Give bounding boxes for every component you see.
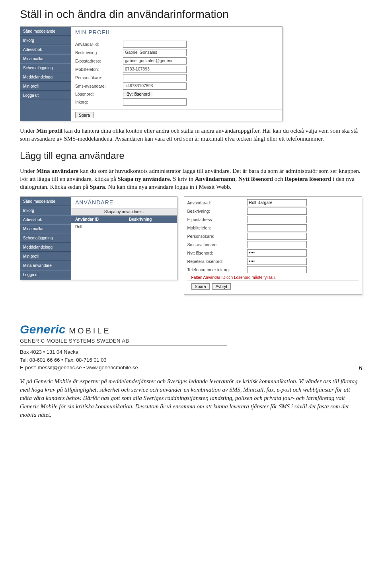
repeat-password-field[interactable]: •••• <box>247 258 307 265</box>
form-row: Sms-avsändare:+46733107893 <box>75 82 278 90</box>
sidebar-item[interactable]: Inkorg <box>20 36 71 45</box>
create-user-button[interactable]: Skapa ny användare... <box>71 208 177 216</box>
sidebar-item[interactable]: Mina mallar <box>20 54 71 63</box>
sms-sender-field[interactable] <box>247 241 307 248</box>
cell-user-id: Rolf <box>75 225 82 229</box>
sidebar-item[interactable]: Schemaläggning <box>20 63 71 73</box>
heading-1: Ställ in och ändra din användarinformati… <box>20 8 362 21</box>
field-label: Mobiltelefon: <box>75 67 123 72</box>
form-row: E-postadress:gabriel.gonzales@generic <box>75 57 278 65</box>
form-row: Användar-id:Rolf Bärgare <box>187 199 359 206</box>
cancel-button[interactable]: Avbryt <box>212 283 231 290</box>
sidebar-item[interactable]: Adressbok <box>20 215 71 224</box>
page-number: 6 <box>346 365 362 372</box>
text: Under <box>20 127 36 134</box>
email-field[interactable]: gabriel.gonzales@generic <box>123 57 187 65</box>
form-row: E-postadress: <box>187 216 359 223</box>
user-id-field[interactable] <box>123 41 187 48</box>
col-description: Beskrivning <box>129 217 173 221</box>
profile-panel: MIN PROFIL Användar-id: Beskrivning:Gabr… <box>71 27 282 121</box>
form-row: Lösenord:Byt lösenord <box>75 91 278 97</box>
text: kan du hantera dina olika konton eller ä… <box>20 127 358 142</box>
sidebar-item[interactable]: Meddelandelogg <box>20 243 71 252</box>
users-sidebar: Sänd meddelande Inkorg Adressbok Mina ma… <box>20 197 71 280</box>
phone-fax: Tel: 08-601 66 66 • Fax: 08-716 01 03 <box>20 356 346 364</box>
paragraph-2: Under Mina användare kan du som är huvud… <box>20 167 362 191</box>
sidebar-item[interactable]: Sänd meddelande <box>20 197 71 206</box>
address: Box 4023 • 131 04 Nacka <box>20 348 346 356</box>
email-web: E-post: messit@generic.se • www.genericm… <box>20 364 346 372</box>
text: . Nu kan dina nya användare logga in i M… <box>105 184 232 190</box>
paragraph-1: Under Min profil kan du hantera dina oli… <box>20 127 362 143</box>
form-row: Nytt lösenord:•••• <box>187 249 359 257</box>
sms-sender-field[interactable]: +46733107893 <box>123 82 187 90</box>
table-row[interactable]: Rolf <box>71 223 177 231</box>
sidebar-item[interactable]: Inkorg <box>20 206 71 215</box>
panel-title: MIN PROFIL <box>71 27 282 38</box>
text: . S kriv in <box>170 176 195 182</box>
bold-text: Nytt lösenord <box>238 176 273 182</box>
sidebar-item[interactable]: Mina användare <box>20 261 71 270</box>
form-row: Beskrivning:Gabriel Gonzales <box>75 49 278 56</box>
form-row: Mobiltelefon:0733-107893 <box>75 66 278 73</box>
form-row: Sms-avsändare: <box>187 241 359 248</box>
pager-field[interactable] <box>123 74 187 81</box>
col-user-id: Användar ID <box>75 217 129 221</box>
user-id-field[interactable]: Rolf Bärgare <box>247 199 307 206</box>
form-row: Personsökare: <box>187 233 359 240</box>
form-row: Telefonnummer inkorg: <box>187 266 359 273</box>
sidebar-item[interactable]: Meddelandelogg <box>20 73 71 82</box>
users-screenshot: Sänd meddelande Inkorg Adressbok Mina ma… <box>20 196 177 280</box>
field-label: Inkorg: <box>75 100 123 104</box>
form-row: Inkorg: <box>75 98 278 106</box>
bold-text: Mina användare <box>36 168 78 174</box>
field-label: Sms-avsändare: <box>187 242 247 247</box>
new-user-form: Användar-id:Rolf Bärgare Beskrivning: E-… <box>184 196 362 295</box>
email-field[interactable] <box>247 216 307 223</box>
sidebar-item[interactable]: Min profil <box>20 82 71 91</box>
sidebar-item[interactable]: Logga ut <box>20 270 71 279</box>
mobile-field[interactable] <box>247 224 307 231</box>
field-label: Personsökare: <box>187 234 247 239</box>
field-label: Användar-id: <box>75 42 123 47</box>
inbox-field[interactable] <box>123 98 187 106</box>
change-password-button[interactable]: Byt lösenord <box>123 91 153 97</box>
new-password-field[interactable]: •••• <box>247 249 307 257</box>
form-row: Beskrivning: <box>187 208 359 215</box>
save-button[interactable]: Spara <box>191 283 210 290</box>
users-panel: ANVÄNDARE Skapa ny användare... Användar… <box>71 197 177 280</box>
save-button[interactable]: Spara <box>75 112 94 118</box>
pager-field[interactable] <box>247 233 307 240</box>
field-label: Nytt lösenord: <box>187 251 247 255</box>
description-field[interactable] <box>247 208 307 215</box>
mobile-field[interactable]: 0733-107893 <box>123 66 187 73</box>
field-label: Beskrivning: <box>75 50 123 55</box>
form-row: Repetera lösenord:•••• <box>187 258 359 265</box>
bold-text: Användarnamn <box>195 176 236 182</box>
logo-mobile: MOBILE <box>69 326 111 335</box>
profile-screenshot: Sänd meddelande Inkorg Adressbok Mina ma… <box>20 26 283 121</box>
form-row: Mobiltelefon: <box>187 224 359 231</box>
bold-text: Skapa ny användare <box>117 176 170 182</box>
inbox-phone-field[interactable] <box>247 266 307 273</box>
about-text: Vi på Generic Mobile är experter på medd… <box>20 377 362 419</box>
form-row: Användar-id: <box>75 41 278 48</box>
heading-2: Lägg till egna användare <box>20 150 362 161</box>
sidebar-item[interactable]: Mina mallar <box>20 224 71 233</box>
sidebar-item[interactable]: Schemaläggning <box>20 233 71 243</box>
bold-text: Spara <box>90 184 105 190</box>
sidebar-item[interactable]: Adressbok <box>20 45 71 54</box>
logo: Generic MOBILE <box>20 323 346 336</box>
sidebar-item[interactable]: Min profil <box>20 252 71 261</box>
sidebar-item[interactable]: Sänd meddelande <box>20 27 71 36</box>
logo-generic: Generic <box>20 323 66 336</box>
field-label: Telefonnummer inkorg: <box>187 267 247 272</box>
bold-text: Min profil <box>36 127 62 134</box>
panel-title: ANVÄNDARE <box>71 197 177 208</box>
description-field[interactable]: Gabriel Gonzales <box>123 49 187 56</box>
profile-sidebar: Sänd meddelande Inkorg Adressbok Mina ma… <box>20 27 71 121</box>
sidebar-item[interactable]: Logga ut <box>20 91 71 100</box>
field-label: Beskrivning: <box>187 209 247 214</box>
table-header: Användar ID Beskrivning <box>71 216 177 223</box>
field-label: Lösenord: <box>75 92 123 96</box>
